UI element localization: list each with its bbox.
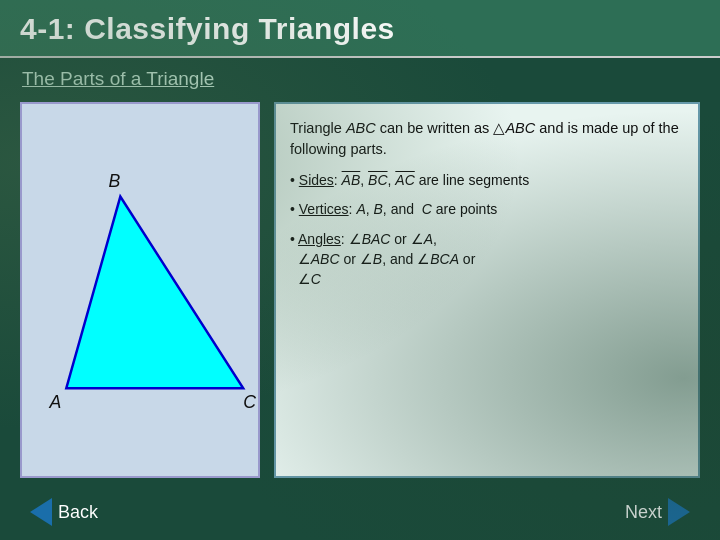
back-label: Back xyxy=(58,502,98,523)
triangle-svg: A B C xyxy=(22,104,258,476)
svg-text:A: A xyxy=(49,392,62,412)
info-box: Triangle ABC can be written as △ABC and … xyxy=(274,102,700,478)
back-arrow-icon xyxy=(30,498,52,526)
info-intro: Triangle ABC can be written as △ABC and … xyxy=(290,118,684,160)
content-area: The Parts of a Triangle A B C Triangle A… xyxy=(0,58,720,488)
info-item-angles: • Angles: ∠BAC or ∠A, ∠ABC or ∠B, and ∠B… xyxy=(290,229,684,290)
sides-label: Sides xyxy=(299,172,334,188)
next-arrow-icon xyxy=(668,498,690,526)
info-item-sides: • Sides: AB, BC, AC are line segments xyxy=(290,170,684,190)
vertices-label: Vertices xyxy=(299,201,349,217)
footer: Back Next xyxy=(0,488,720,540)
slide: 4-1: Classifying Triangles The Parts of … xyxy=(0,0,720,540)
next-button[interactable]: Next xyxy=(625,498,690,526)
svg-text:C: C xyxy=(243,392,256,412)
triangle-name: ABC xyxy=(346,120,376,136)
angles-label: Angles xyxy=(298,231,341,247)
back-button[interactable]: Back xyxy=(30,498,98,526)
svg-marker-0 xyxy=(66,197,243,389)
slide-title: 4-1: Classifying Triangles xyxy=(20,12,700,46)
svg-text:B: B xyxy=(109,171,121,191)
next-label: Next xyxy=(625,502,662,523)
triangle-diagram: A B C xyxy=(20,102,260,478)
subtitle: The Parts of a Triangle xyxy=(22,68,700,90)
header: 4-1: Classifying Triangles xyxy=(0,0,720,58)
main-row: A B C Triangle ABC can be written as △AB… xyxy=(20,102,700,478)
info-item-vertices: • Vertices: A, B, and C are points xyxy=(290,199,684,219)
